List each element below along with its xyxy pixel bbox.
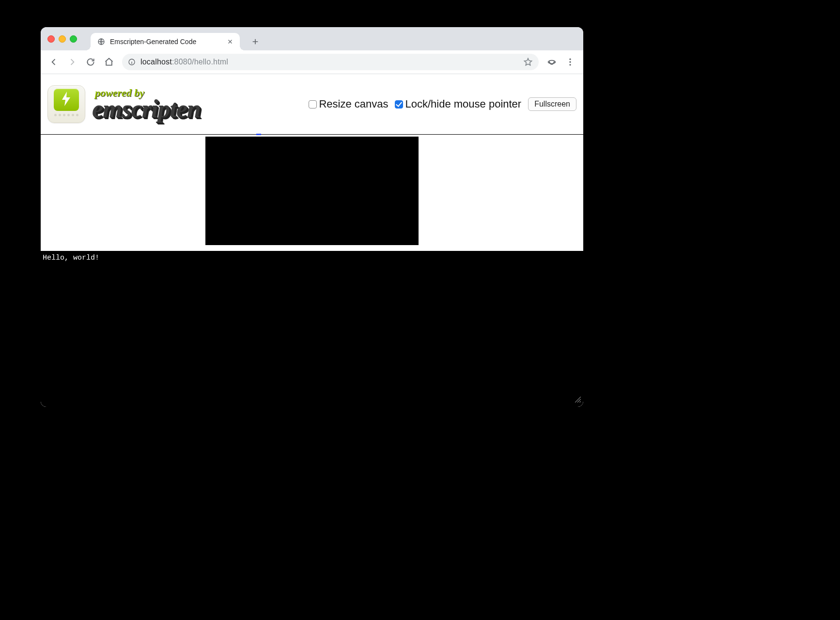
resize-handle-icon[interactable] — [575, 396, 581, 405]
window-controls — [47, 27, 91, 50]
emscripten-header: powered by emscripten Resize canvas Lock… — [41, 74, 583, 135]
fullscreen-button[interactable]: Fullscreen — [528, 97, 576, 111]
address-bar[interactable]: localhost:8080/hello.html — [122, 54, 539, 70]
resize-canvas-label: Resize canvas — [319, 98, 388, 110]
canvas-row — [41, 137, 583, 245]
progress-row — [41, 135, 583, 137]
emscripten-canvas[interactable] — [205, 137, 419, 245]
forward-button[interactable] — [64, 54, 80, 70]
page-content: powered by emscripten Resize canvas Lock… — [41, 74, 583, 407]
close-tab-button[interactable] — [227, 39, 233, 45]
canvas-right-gutter — [419, 137, 583, 245]
resize-canvas-control[interactable]: Resize canvas — [309, 98, 388, 110]
tab-title: Emscripten-Generated Code — [110, 38, 218, 46]
tab-strip: Emscripten-Generated Code — [41, 27, 583, 50]
separator — [41, 245, 583, 251]
output-wrap — [41, 251, 583, 407]
canvas-left-gutter — [41, 137, 205, 245]
svg-point-4 — [569, 61, 571, 62]
svg-point-3 — [569, 59, 571, 60]
brand-name: emscripten — [92, 98, 201, 121]
lock-pointer-checkbox[interactable] — [395, 100, 403, 108]
emscripten-logo — [47, 85, 85, 123]
url-port: :8080 — [172, 58, 192, 66]
browser-menu-button[interactable] — [562, 54, 578, 70]
bookmark-star-icon[interactable] — [523, 57, 533, 67]
emscripten-wordmark: powered by emscripten — [92, 88, 201, 121]
window-zoom-button[interactable] — [70, 35, 77, 43]
browser-toolbar: localhost:8080/hello.html — [41, 50, 583, 74]
new-tab-button[interactable] — [249, 35, 262, 48]
svg-point-5 — [569, 64, 571, 65]
home-button[interactable] — [101, 54, 117, 70]
window-minimize-button[interactable] — [59, 35, 66, 43]
console-output[interactable] — [41, 251, 583, 407]
window-close-button[interactable] — [47, 35, 55, 43]
lock-pointer-label: Lock/hide mouse pointer — [405, 98, 521, 110]
spinner-icon — [256, 134, 261, 135]
url-text: localhost:8080/hello.html — [140, 58, 518, 66]
bolt-icon — [61, 92, 72, 108]
screenshot-stage: Emscripten-Generated Code — [0, 0, 840, 620]
url-host: localhost — [140, 58, 172, 66]
reload-button[interactable] — [82, 54, 99, 70]
site-info-icon[interactable] — [128, 58, 136, 66]
url-path: /hello.html — [192, 58, 228, 66]
browser-tab-active[interactable]: Emscripten-Generated Code — [91, 33, 240, 50]
browser-window: Emscripten-Generated Code — [41, 27, 583, 407]
globe-icon — [97, 38, 105, 46]
extension-icon[interactable] — [544, 54, 560, 70]
lock-pointer-control[interactable]: Lock/hide mouse pointer — [395, 98, 521, 110]
canvas-controls: Resize canvas Lock/hide mouse pointer Fu… — [309, 97, 576, 111]
resize-canvas-checkbox[interactable] — [309, 100, 317, 108]
back-button[interactable] — [46, 54, 62, 70]
